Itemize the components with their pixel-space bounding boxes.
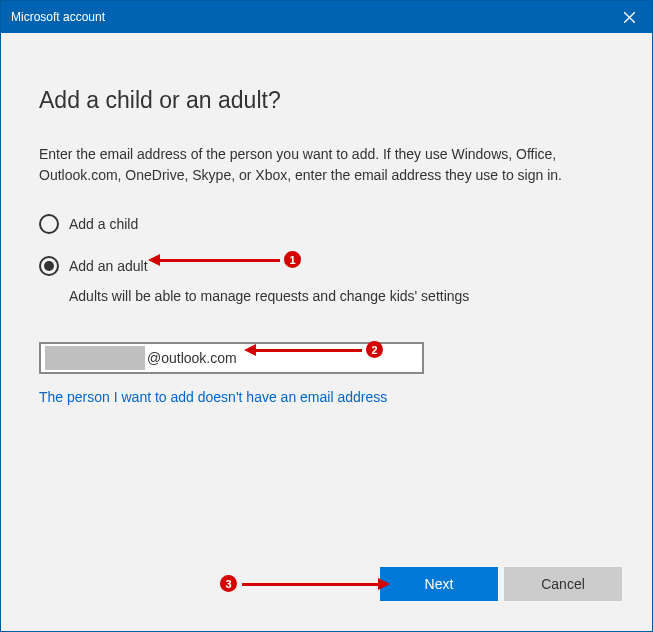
radio-add-adult[interactable]: Add an adult (39, 256, 614, 276)
radio-icon (39, 256, 59, 276)
description-text: Enter the email address of the person yo… (39, 144, 614, 186)
close-icon (624, 12, 635, 23)
adult-hint-text: Adults will be able to manage requests a… (69, 288, 614, 304)
radio-icon (39, 214, 59, 234)
next-button[interactable]: Next (380, 567, 498, 601)
email-input[interactable]: @outlook.com (39, 342, 424, 374)
dialog-content: Add a child or an adult? Enter the email… (1, 33, 652, 406)
dialog-footer: Next Cancel (380, 567, 622, 601)
no-email-link[interactable]: The person I want to add doesn't have an… (39, 389, 387, 405)
radio-add-child[interactable]: Add a child (39, 214, 614, 234)
redacted-block (45, 346, 145, 370)
radio-child-label: Add a child (69, 216, 138, 232)
email-value: @outlook.com (147, 350, 422, 366)
close-button[interactable] (606, 1, 652, 33)
radio-adult-label: Add an adult (69, 258, 148, 274)
cancel-button[interactable]: Cancel (504, 567, 622, 601)
titlebar: Microsoft account (1, 1, 652, 33)
window-title: Microsoft account (11, 10, 105, 24)
page-heading: Add a child or an adult? (39, 87, 614, 114)
